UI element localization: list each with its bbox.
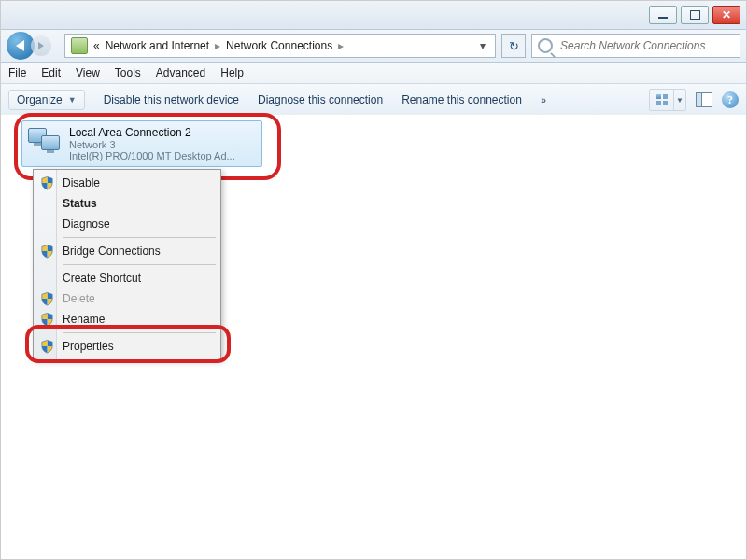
context-menu-item-create-shortcut[interactable]: Create Shortcut xyxy=(36,268,218,288)
context-menu-item-rename[interactable]: Rename xyxy=(36,309,218,329)
chevron-right-icon: ▸ xyxy=(338,39,344,52)
context-menu-item-label: Create Shortcut xyxy=(63,272,141,285)
context-menu-item-status[interactable]: Status xyxy=(36,193,218,214)
context-menu-item-label: Rename xyxy=(63,313,105,326)
uac-shield-icon xyxy=(40,244,54,259)
context-menu-separator xyxy=(63,264,216,265)
breadcrumb-seg-1[interactable]: Network and Internet xyxy=(106,39,209,52)
context-menu-item-delete: Delete xyxy=(36,288,218,309)
context-menu-item-properties[interactable]: Properties xyxy=(36,336,218,357)
context-menu-item-diagnose[interactable]: Diagnose xyxy=(36,214,218,234)
chevron-down-icon: ▼ xyxy=(68,95,77,105)
cmd-diagnose[interactable]: Diagnose this connection xyxy=(258,93,383,106)
context-menu-item-label: Status xyxy=(63,197,97,210)
menu-bar: File Edit View Tools Advanced Help xyxy=(1,63,746,84)
menu-view[interactable]: View xyxy=(76,66,100,79)
connection-adapter: Intel(R) PRO/1000 MT Desktop Ad... xyxy=(69,150,235,161)
window-titlebar: ✕ xyxy=(1,1,746,30)
refresh-icon: ↻ xyxy=(509,39,519,53)
breadcrumb-seg-2[interactable]: Network Connections xyxy=(226,39,332,52)
arrow-left-icon xyxy=(16,40,24,51)
organize-label: Organize xyxy=(17,93,63,106)
tiles-icon xyxy=(656,94,668,105)
address-bar[interactable]: « Network and Internet ▸ Network Connect… xyxy=(64,34,496,58)
view-mode-button[interactable]: ▼ xyxy=(649,89,686,111)
context-menu-item-bridge-connections[interactable]: Bridge Connections xyxy=(36,241,218,261)
uac-shield-icon xyxy=(40,339,54,354)
preview-pane-button[interactable] xyxy=(696,92,712,107)
forward-button[interactable] xyxy=(31,35,51,56)
context-menu-item-disable[interactable]: Disable xyxy=(36,173,218,193)
context-menu-item-label: Bridge Connections xyxy=(63,245,161,258)
breadcrumb-chevron[interactable]: « xyxy=(93,39,100,52)
content-area: Local Area Connection 2 Network 3 Intel(… xyxy=(1,115,746,559)
search-box[interactable] xyxy=(531,34,740,58)
help-button[interactable]: ? xyxy=(722,91,739,108)
network-adapter-icon xyxy=(28,126,63,161)
cmd-more-chevrons[interactable]: » xyxy=(541,94,544,105)
chevron-down-icon: ▼ xyxy=(674,90,685,110)
context-menu-item-label: Delete xyxy=(63,292,95,305)
context-menu-separator xyxy=(63,237,216,238)
cmd-disable-device[interactable]: Disable this network device xyxy=(104,93,239,106)
uac-shield-icon xyxy=(40,312,54,327)
search-input[interactable] xyxy=(558,38,734,53)
address-dropdown[interactable]: ▾ xyxy=(476,39,489,52)
maximize-button[interactable] xyxy=(681,6,709,24)
organize-button[interactable]: Organize ▼ xyxy=(8,90,85,110)
command-bar: Organize ▼ Disable this network device D… xyxy=(1,84,746,117)
refresh-button[interactable]: ↻ xyxy=(501,34,526,58)
menu-advanced[interactable]: Advanced xyxy=(156,66,205,79)
cmd-rename[interactable]: Rename this connection xyxy=(402,93,522,106)
context-menu-item-label: Diagnose xyxy=(63,217,110,231)
menu-help[interactable]: Help xyxy=(220,66,244,79)
context-menu-item-label: Disable xyxy=(63,176,100,189)
location-icon xyxy=(71,37,88,54)
connection-title: Local Area Connection 2 xyxy=(69,126,235,139)
uac-shield-icon xyxy=(40,175,54,190)
uac-shield-icon xyxy=(40,291,54,306)
arrow-right-icon xyxy=(38,42,44,49)
close-button[interactable]: ✕ xyxy=(712,6,740,24)
context-menu-separator xyxy=(63,332,216,333)
address-bar-row: « Network and Internet ▸ Network Connect… xyxy=(1,30,746,63)
menu-file[interactable]: File xyxy=(8,66,26,79)
chevron-right-icon: ▸ xyxy=(215,39,220,52)
search-icon xyxy=(538,38,553,53)
nav-buttons xyxy=(7,33,59,59)
context-menu: DisableStatusDiagnoseBridge ConnectionsC… xyxy=(33,169,221,360)
context-menu-item-label: Properties xyxy=(63,340,114,353)
menu-edit[interactable]: Edit xyxy=(41,66,61,79)
menu-tools[interactable]: Tools xyxy=(115,66,141,79)
connection-tile[interactable]: Local Area Connection 2 Network 3 Intel(… xyxy=(21,120,262,167)
minimize-button[interactable] xyxy=(649,6,677,24)
connection-network: Network 3 xyxy=(69,139,235,150)
